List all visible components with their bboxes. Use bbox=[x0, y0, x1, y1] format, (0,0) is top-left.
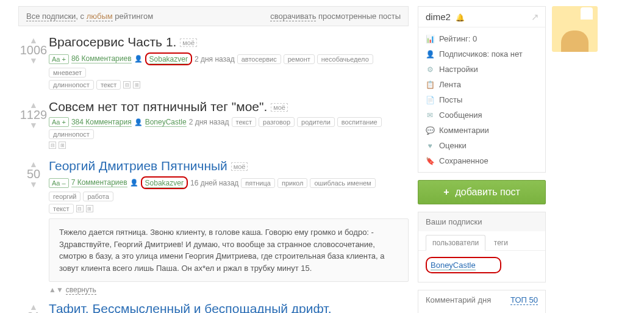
post-time: 16 дней назад bbox=[190, 179, 238, 187]
user-icon: 👤 bbox=[130, 179, 138, 187]
tag[interactable]: автосервис bbox=[237, 54, 281, 64]
post-title[interactable]: Врагосервис Часть 1. моё bbox=[49, 35, 409, 49]
tag[interactable]: текст bbox=[49, 204, 74, 214]
post: ▲50▼Георгий Дмитриев Пятничный моёAa –7 … bbox=[18, 159, 409, 294]
tag[interactable]: мневезет bbox=[49, 68, 86, 77]
my-tag: моё bbox=[271, 103, 288, 112]
expand-icon[interactable]: ⊞ bbox=[86, 205, 93, 212]
tag[interactable]: прикол bbox=[277, 178, 307, 188]
post: ▲1006▼Врагосервис Часть 1. моёAa +86 Ком… bbox=[18, 35, 409, 92]
menu-icon: 🔖 bbox=[426, 157, 434, 165]
bell-icon[interactable]: 🔔 bbox=[456, 13, 465, 22]
tag[interactable]: родители bbox=[297, 117, 335, 127]
user-menu-item[interactable]: ♥Оценки bbox=[418, 138, 545, 153]
post-title[interactable]: Георгий Дмитриев Пятничный моё bbox=[49, 159, 409, 173]
tag[interactable]: несобачьедело bbox=[317, 54, 373, 64]
tag[interactable]: ошиблась именем bbox=[310, 178, 375, 188]
downvote-arrow[interactable]: ▼ bbox=[18, 122, 49, 128]
collapse-icon[interactable]: ⊟ bbox=[123, 81, 131, 88]
user-menu-item[interactable]: 🔖Сохраненное bbox=[418, 153, 545, 168]
top50-link[interactable]: ТОП 50 bbox=[510, 295, 538, 305]
tag[interactable]: длиннопост bbox=[49, 129, 94, 139]
upvote-arrow[interactable]: ▲ bbox=[18, 37, 49, 43]
my-tag: моё bbox=[231, 162, 248, 171]
menu-label: Лента bbox=[439, 80, 461, 89]
upvote-arrow[interactable]: ▲ bbox=[18, 102, 49, 108]
user-menu-item[interactable]: 💬Комментарии bbox=[418, 123, 545, 138]
user-menu-item[interactable]: ⚙Настройки bbox=[418, 62, 545, 77]
author-highlight: Sobakazver bbox=[145, 52, 192, 65]
vote-count: 21 bbox=[18, 310, 49, 313]
collapse-icon[interactable]: ⊟ bbox=[49, 142, 56, 149]
collapse-toggle[interactable]: сворачивать bbox=[270, 12, 316, 21]
tag[interactable]: текст bbox=[96, 80, 121, 90]
subscriptions-panel: Ваши подписки пользователи теги BoneyCas… bbox=[418, 212, 546, 282]
font-size-toggle[interactable]: Aa – bbox=[49, 178, 69, 188]
user-menu-item[interactable]: ✉Сообщения bbox=[418, 107, 545, 123]
plus-icon: + bbox=[443, 187, 449, 197]
user-menu-item[interactable]: 👤Подписчиков: пока нет bbox=[418, 46, 545, 62]
author-link[interactable]: Sobakazver bbox=[149, 55, 188, 64]
rating-any[interactable]: любым bbox=[87, 12, 113, 21]
font-size-toggle[interactable]: Aa + bbox=[49, 117, 69, 127]
expand-icon[interactable]: ⊞ bbox=[133, 81, 140, 88]
post-time: 2 дня назад bbox=[195, 55, 235, 63]
subscription-link[interactable]: BoneyCastle bbox=[431, 261, 476, 270]
comments-link[interactable]: 86 Комментариев bbox=[71, 54, 132, 63]
filter-viewed: просмотренные посты bbox=[316, 12, 401, 21]
user-panel: dime2 🔔 ↗ 📊Рейтинг: 0👤Подписчиков: пока … bbox=[418, 6, 546, 173]
downvote-arrow[interactable]: ▼ bbox=[18, 57, 49, 63]
user-icon: 👤 bbox=[134, 55, 143, 63]
comments-link[interactable]: 7 Комментариев bbox=[71, 178, 127, 187]
tab-users[interactable]: пользователи bbox=[426, 235, 485, 251]
tab-tags[interactable]: теги bbox=[488, 236, 514, 250]
add-post-label: добавить пост bbox=[455, 187, 520, 197]
user-menu-item[interactable]: 📊Рейтинг: 0 bbox=[418, 31, 545, 46]
font-size-toggle[interactable]: Aa + bbox=[49, 54, 69, 64]
tag[interactable]: длиннопост bbox=[49, 80, 94, 90]
comment-of-day-panel: Комментарий дня ТОП 50 "Я взломал Pornhu… bbox=[418, 290, 546, 313]
filter-bar: Все подписки, с любым рейтингом сворачив… bbox=[18, 6, 409, 26]
upvote-arrow[interactable]: ▲ bbox=[18, 304, 49, 310]
comday-title: Комментарий дня bbox=[426, 295, 491, 305]
post: ▲1129▼Совсем нет тот пятничный тег "мое"… bbox=[18, 99, 409, 151]
add-post-button[interactable]: +добавить пост bbox=[418, 180, 546, 204]
menu-icon: 📄 bbox=[426, 96, 434, 104]
menu-label: Сохраненное bbox=[439, 156, 488, 165]
collapse-link[interactable]: свернуть bbox=[66, 286, 96, 295]
user-icon: 👤 bbox=[134, 118, 143, 126]
sidebar: dime2 🔔 ↗ 📊Рейтинг: 0👤Подписчиков: пока … bbox=[418, 6, 601, 313]
menu-label: Комментарии bbox=[439, 126, 489, 135]
post-excerpt: Тяжело дается пятница. Звоню клиенту, в … bbox=[49, 218, 409, 282]
author-link[interactable]: BoneyCastle bbox=[145, 118, 187, 127]
tag[interactable]: воспитание bbox=[337, 117, 382, 127]
menu-label: Рейтинг: 0 bbox=[439, 34, 477, 43]
author-highlight: Sobakazver bbox=[141, 176, 188, 189]
comments-link[interactable]: 384 Комментария bbox=[71, 118, 132, 127]
post-title[interactable]: Совсем нет тот пятничный тег "мое". моё bbox=[49, 99, 409, 114]
avatar[interactable] bbox=[552, 6, 598, 52]
user-menu-item[interactable]: 📋Лента bbox=[418, 77, 545, 92]
tag[interactable]: разговор bbox=[259, 117, 295, 127]
tag[interactable]: ремонт bbox=[284, 54, 315, 64]
collapse-arrow-icon: ▲▼ bbox=[49, 286, 63, 294]
expand-icon[interactable]: ⊞ bbox=[59, 142, 66, 149]
post-title[interactable]: Тафит. Бессмысленный и беспощадный дрифт… bbox=[49, 301, 409, 313]
tag[interactable]: работа bbox=[83, 192, 113, 201]
upvote-arrow[interactable]: ▲ bbox=[18, 161, 49, 167]
menu-icon: 📋 bbox=[426, 81, 434, 89]
gear-icon[interactable]: ↗ bbox=[531, 12, 539, 23]
collapse-icon[interactable]: ⊟ bbox=[76, 205, 84, 212]
subs-title: Ваши подписки bbox=[418, 212, 545, 231]
username[interactable]: dime2 bbox=[426, 12, 451, 22]
user-menu-item[interactable]: 📄Посты bbox=[418, 92, 545, 107]
tag[interactable]: георгий bbox=[49, 192, 80, 201]
tag[interactable]: текст bbox=[232, 117, 257, 127]
all-subscriptions[interactable]: Все подписки bbox=[26, 12, 76, 21]
author-link[interactable]: Sobakazver bbox=[145, 179, 184, 188]
downvote-arrow[interactable]: ▼ bbox=[18, 181, 49, 187]
post: ▲21▼Тафит. Бессмысленный и беспощадный д… bbox=[18, 301, 409, 313]
tag[interactable]: пятница bbox=[241, 178, 275, 188]
filter-rating-label: рейтингом bbox=[113, 12, 153, 21]
menu-icon: 📊 bbox=[426, 35, 434, 43]
